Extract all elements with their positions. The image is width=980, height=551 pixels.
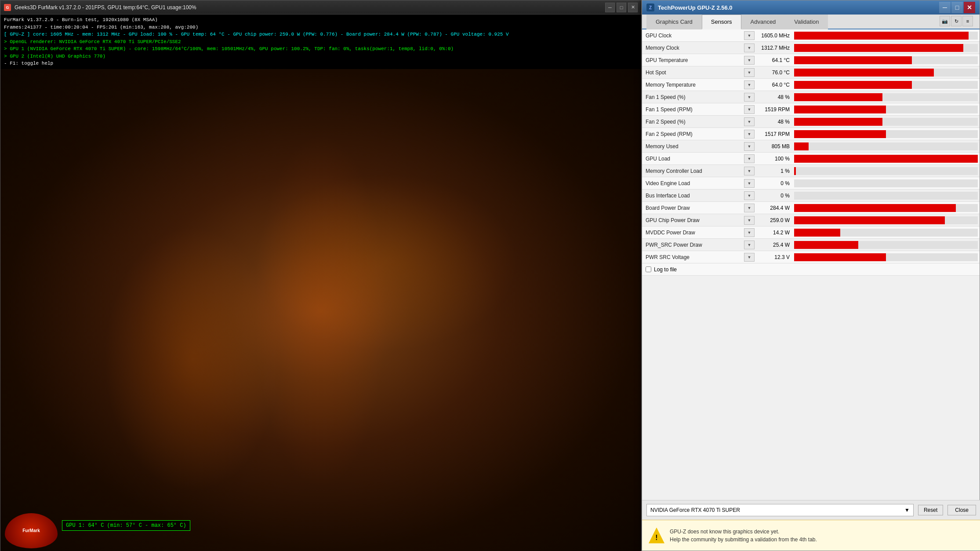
sensor-dropdown[interactable]: ▼ <box>744 191 755 200</box>
sensor-dropdown[interactable]: ▼ <box>744 154 755 163</box>
sensor-value: 1312.7 MHz <box>755 45 794 51</box>
furmark-icon: G <box>4 4 11 11</box>
sensor-row: PWR SRC Voltage▼12.3 V <box>642 251 980 263</box>
sensor-dropdown[interactable]: ▼ <box>744 56 755 65</box>
sensor-dropdown[interactable]: ▼ <box>744 167 755 175</box>
gpuz-notification: GPU-Z does not know this graphics device… <box>642 520 980 551</box>
reset-button[interactable]: Reset <box>918 505 943 515</box>
sensor-dropdown[interactable]: ▼ <box>744 142 755 151</box>
sensor-dropdown[interactable]: ▼ <box>744 253 755 262</box>
furmark-title: Geeks3D FurMark v1.37.2.0 - 201FPS, GPU1… <box>15 4 196 11</box>
sensor-row: MVDDC Power Draw▼14.2 W <box>642 226 980 239</box>
sensor-row: GPU Clock▼1605.0 MHz <box>642 29 980 42</box>
sensor-row: Fan 2 Speed (%)▼48 % <box>642 116 980 128</box>
gpuz-icon: Z <box>646 4 654 11</box>
furmark-maximize-btn[interactable]: □ <box>617 3 626 12</box>
refresh-icon[interactable]: ↻ <box>951 16 962 26</box>
tab-advanced[interactable]: Advanced <box>741 15 785 29</box>
log-to-file-checkbox[interactable] <box>646 266 651 272</box>
furmark-win-controls: ─ □ ✕ <box>605 3 638 12</box>
sensor-dropdown[interactable]: ▼ <box>744 93 755 102</box>
close-action-button[interactable]: Close <box>947 505 976 515</box>
sensor-dropdown[interactable]: ▼ <box>744 80 755 89</box>
sensor-value: 14.2 W <box>755 230 794 236</box>
notification-text: GPU-Z does not know this graphics device… <box>670 528 817 544</box>
sensor-name: GPU Temperature <box>642 57 743 63</box>
sensor-row: PWR_SRC Power Draw▼25.4 W <box>642 239 980 251</box>
device-dropdown[interactable]: NVIDIA GeForce RTX 4070 Ti SUPER ▼ <box>646 504 914 516</box>
sensor-row: Memory Clock▼1312.7 MHz <box>642 42 980 54</box>
sensor-bar <box>794 253 886 261</box>
sensor-value: 12.3 V <box>755 254 794 260</box>
sensor-dropdown[interactable]: ▼ <box>744 44 755 52</box>
sensor-value: 1605.0 MHz <box>755 33 794 39</box>
sensor-value: 0 % <box>755 193 794 199</box>
sensor-row: GPU Temperature▼64.1 °C <box>642 54 980 66</box>
sensor-bar-container <box>794 44 978 52</box>
gpuz-bottom-panel: NVIDIA GeForce RTX 4070 Ti SUPER ▼ Reset… <box>642 500 980 551</box>
gpuz-restore-btn[interactable]: □ <box>951 2 963 13</box>
sensor-dropdown[interactable]: ▼ <box>744 179 755 188</box>
sensor-name: Memory Temperature <box>642 82 743 88</box>
sensor-dropdown[interactable]: ▼ <box>744 130 755 139</box>
sensor-bar <box>794 155 978 163</box>
sensor-row: Video Engine Load▼0 % <box>642 177 980 190</box>
sensor-dropdown[interactable]: ▼ <box>744 31 755 40</box>
sensor-dropdown[interactable]: ▼ <box>744 117 755 126</box>
gpuz-title: TechPowerUp GPU-Z 2.56.0 <box>658 4 733 11</box>
gpuz-win-controls: ─ □ ✕ <box>939 2 975 13</box>
sensor-bar <box>794 32 969 40</box>
camera-icon[interactable]: 📷 <box>940 16 950 26</box>
sensor-dropdown[interactable]: ▼ <box>744 216 755 225</box>
sensor-bar-container <box>794 253 978 261</box>
warning-icon <box>649 528 664 544</box>
sensor-value: 1 % <box>755 168 794 174</box>
log-to-file-label: Log to file <box>654 266 677 273</box>
sensor-name: PWR SRC Voltage <box>642 254 743 260</box>
sensor-name: Memory Used <box>642 143 743 150</box>
tab-graphics-card[interactable]: Graphics Card <box>646 15 702 29</box>
log-to-file-row: Log to file <box>642 263 980 276</box>
furmark-info-panel: FurMark v1.37.2.0 - Burn-in test, 1920x1… <box>0 15 641 69</box>
sensor-row: Hot Spot▼76.0 °C <box>642 66 980 79</box>
sensor-bar <box>794 204 956 212</box>
sensor-bar-container <box>794 241 978 249</box>
sensor-bar <box>794 229 840 237</box>
sensor-value: 284.4 W <box>755 205 794 211</box>
sensor-dropdown[interactable]: ▼ <box>744 228 755 237</box>
sensor-name: GPU Clock <box>642 33 743 39</box>
sensor-bar <box>794 81 912 89</box>
sensor-value: 805 MB <box>755 143 794 150</box>
sensor-dropdown[interactable]: ▼ <box>744 68 755 77</box>
sensor-bar-container <box>794 155 978 163</box>
sensor-bar-container <box>794 56 978 64</box>
sensor-value: 64.0 °C <box>755 82 794 88</box>
sensor-name: GPU Load <box>642 156 743 162</box>
tab-validation[interactable]: Validation <box>785 15 828 29</box>
sensor-bar-container <box>794 93 978 101</box>
gpuz-close-btn[interactable]: ✕ <box>964 2 975 13</box>
sensor-bar <box>794 106 886 113</box>
sensor-dropdown[interactable]: ▼ <box>744 241 755 249</box>
sensor-value: 1517 RPM <box>755 131 794 137</box>
dropdown-arrow: ▼ <box>904 507 910 513</box>
tab-sensors[interactable]: Sensors <box>702 15 741 29</box>
sensor-row: Bus Interface Load▼0 % <box>642 190 980 202</box>
sensor-value: 259.0 W <box>755 217 794 223</box>
sensor-bar-container <box>794 229 978 237</box>
sensor-dropdown[interactable]: ▼ <box>744 204 755 212</box>
sensor-name: Fan 1 Speed (%) <box>642 94 743 100</box>
sensor-dropdown[interactable]: ▼ <box>744 105 755 114</box>
sensor-value: 64.1 °C <box>755 57 794 63</box>
gpuz-sensors-content: GPU Clock▼1605.0 MHzMemory Clock▼1312.7 … <box>642 29 980 498</box>
sensor-name: Fan 2 Speed (%) <box>642 119 743 125</box>
sensor-name: MVDDC Power Draw <box>642 230 743 236</box>
menu-icon[interactable]: ≡ <box>962 16 973 26</box>
sensor-row: GPU Chip Power Draw▼259.0 W <box>642 214 980 226</box>
sensor-row: Memory Temperature▼64.0 °C <box>642 79 980 91</box>
furmark-close-btn[interactable]: ✕ <box>628 3 638 12</box>
sensor-bar-container <box>794 204 978 212</box>
gpuz-minimize-btn[interactable]: ─ <box>939 2 951 13</box>
sensor-value: 48 % <box>755 94 794 100</box>
furmark-minimize-btn[interactable]: ─ <box>605 3 615 12</box>
